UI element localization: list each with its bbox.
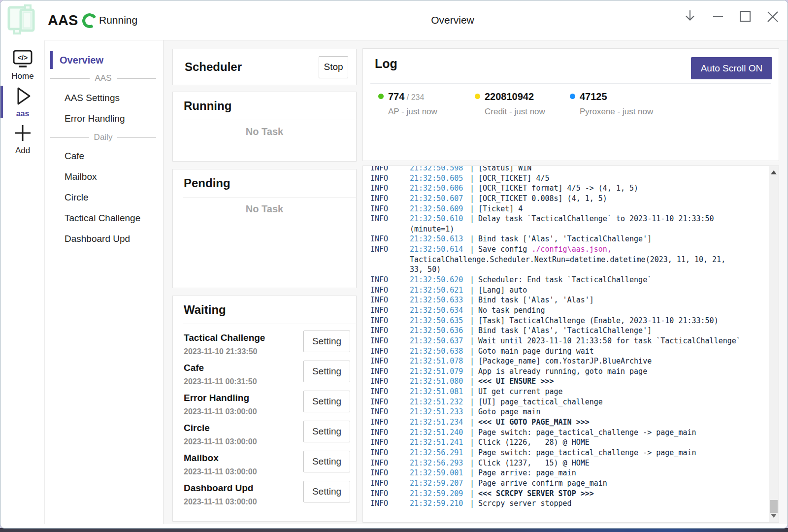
task-setting-button[interactable]: Setting [303, 451, 350, 472]
log-message: [Lang] auto [478, 285, 527, 296]
minimize-button[interactable] [711, 9, 725, 23]
log-timestamp: 21:32:51.078 [410, 356, 470, 366]
log-message: 33, 50) [410, 265, 441, 275]
pending-title: Pending [184, 176, 356, 190]
plus-icon [12, 123, 33, 143]
nav-section-divider: Daily [45, 129, 163, 146]
task-setting-button[interactable]: Setting [303, 391, 350, 412]
page-title: Overview [431, 14, 474, 26]
log-output-area: INFO21:32:50.598|[Status] WININFO21:32:5… [362, 166, 779, 523]
nav-item-overview[interactable]: Overview [45, 51, 163, 69]
log-level: INFO [370, 489, 410, 499]
log-timestamp: 21:32:50.614 [410, 244, 470, 255]
scrollbar-down-arrow-icon[interactable] [771, 514, 777, 518]
nav-item-tactical-challenge[interactable]: Tactical Challenge [45, 208, 163, 229]
log-message: [Ticket] 4 [478, 204, 523, 214]
nav-item-circle[interactable]: Circle [45, 187, 163, 208]
log-line: INFO21:32:59.210|Scrcpy server stopped [370, 499, 760, 509]
log-timestamp: 21:32:50.609 [410, 204, 470, 214]
nav-overview-label: Overview [60, 55, 103, 66]
log-line: INFO21:32:51.234|<<< UI GOTO PAGE_MAIN >… [370, 417, 760, 428]
log-level: INFO [370, 244, 410, 255]
log-message: [OCR_TICKET] 4/5 [478, 173, 550, 184]
log-line: INFO21:32:51.232|[UI] page_tactical_chal… [370, 397, 760, 407]
log-timestamp: 21:32:51.081 [410, 387, 470, 397]
waiting-task-row: Cafe2023-11-11 00:31:50Setting [173, 359, 356, 389]
log-timestamp: 21:32:50.637 [410, 336, 470, 346]
running-title: Running [184, 99, 356, 113]
rail-item-aas[interactable]: aas [0, 86, 45, 118]
nav-item-dashboard-upd[interactable]: Dashboard Upd [45, 229, 163, 249]
log-line: INFO21:32:51.233|Goto page_main [370, 407, 760, 417]
close-button[interactable] [766, 9, 780, 23]
log-level: INFO [370, 305, 410, 316]
log-timestamp: 21:32:50.613 [410, 234, 470, 244]
log-level [370, 224, 410, 234]
stat-value: 47125 [580, 91, 653, 102]
log-message: <<< UI ENSURE >>> [478, 376, 554, 387]
waiting-task-row: Error Handling2023-11-11 03:00:00Setting [173, 389, 356, 419]
stat-value: 774 / 234 [388, 91, 437, 102]
task-setting-button[interactable]: Setting [303, 331, 350, 352]
log-timestamp: 21:32:51.232 [410, 397, 470, 407]
nav-section-divider: AAS [45, 69, 163, 88]
scrollbar-up-arrow-icon[interactable] [771, 170, 777, 174]
waiting-task-row: Tactical Challenge2023-11-10 21:33:50Set… [173, 329, 356, 359]
stat-label: AP - just now [388, 107, 437, 117]
task-setting-button[interactable]: Setting [303, 421, 350, 442]
log-timestamp: 21:32:59.209 [410, 489, 470, 499]
log-line: 33, 50) [370, 265, 760, 275]
maximize-button[interactable] [738, 9, 752, 23]
nav-item-cafe[interactable]: Cafe [45, 146, 163, 166]
log-timestamp: 21:32:51.234 [410, 417, 470, 428]
log-timestamp: 21:32:50.636 [410, 326, 470, 336]
log-line: INFO21:32:50.621|[Lang] auto [370, 285, 760, 296]
log-level: INFO [370, 428, 410, 438]
nav-item-mailbox[interactable]: Mailbox [45, 166, 163, 187]
log-message: TacticalChallenge.Scheduler.NextRun=date… [410, 255, 725, 265]
download-arrow-button[interactable] [683, 9, 697, 23]
log-level: INFO [370, 499, 410, 509]
log-timestamp: 21:32:50.635 [410, 316, 470, 326]
log-scrollbar[interactable] [769, 166, 779, 522]
pending-empty-text: No Task [173, 203, 356, 215]
log-line: INFO21:32:50.609|[Ticket] 4 [370, 204, 760, 214]
scheduler-card: Scheduler Stop [172, 49, 357, 85]
stat-value: 220810942 [485, 91, 545, 102]
autoscroll-toggle-button[interactable]: Auto Scroll ON [691, 57, 772, 79]
titlebar: AAS Running Overview [0, 0, 788, 40]
log-message: Goto main page during wait [478, 346, 594, 357]
log-timestamp: 21:32:59.210 [410, 499, 470, 509]
task-setting-button[interactable]: Setting [303, 481, 350, 502]
stop-button[interactable]: Stop [319, 56, 348, 78]
log-message: Wait until 2023-11-10 21:33:50 for task … [478, 336, 741, 346]
log-timestamp: 21:32:50.638 [410, 346, 470, 357]
home-code-icon: </> [11, 49, 34, 68]
log-line: INFO21:32:50.635|[Task] TacticalChalleng… [370, 316, 760, 326]
log-message: <<< UI GOTO PAGE_MAIN >>> [478, 417, 590, 428]
waiting-divider [183, 324, 356, 324]
log-message: Scrcpy server stopped [478, 499, 572, 509]
log-message: Click (1226, 28) @ HOME [478, 437, 590, 448]
svg-text:</>: </> [18, 54, 28, 62]
log-message: Save config ./config\aas.json, [478, 244, 612, 255]
log-line: INFO21:32:51.081|UI get current page [370, 387, 760, 397]
rail-item-home[interactable]: </> Home [0, 49, 45, 81]
stat-dot-icon [570, 94, 575, 99]
task-setting-button[interactable]: Setting [303, 361, 350, 382]
log-line: INFO21:32:50.607|[OCR_TICKET 0.008s] (4,… [370, 194, 760, 204]
waiting-title: Waiting [184, 303, 356, 317]
log-stat: 774 / 234AP - just now [378, 91, 437, 117]
log-message: Page switch: page_tactical_challenge -> … [478, 428, 696, 438]
scrollbar-thumb[interactable] [770, 500, 778, 513]
log-message: Bind task ['Alas', 'TacticalChallenge'] [478, 234, 652, 244]
log-message: Scheduler: End task `TacticalChallenge` [478, 275, 652, 285]
log-divider [370, 83, 771, 84]
log-level: INFO [370, 336, 410, 346]
log-level: INFO [370, 478, 410, 489]
log-message: [UI] page_tactical_challenge [478, 397, 603, 407]
log-timestamp: 21:32:59.001 [410, 468, 470, 478]
nav-item-error-handling[interactable]: Error Handling [45, 108, 163, 129]
nav-item-aas-settings[interactable]: AAS Settings [45, 88, 163, 108]
rail-item-add[interactable]: Add [0, 123, 45, 156]
